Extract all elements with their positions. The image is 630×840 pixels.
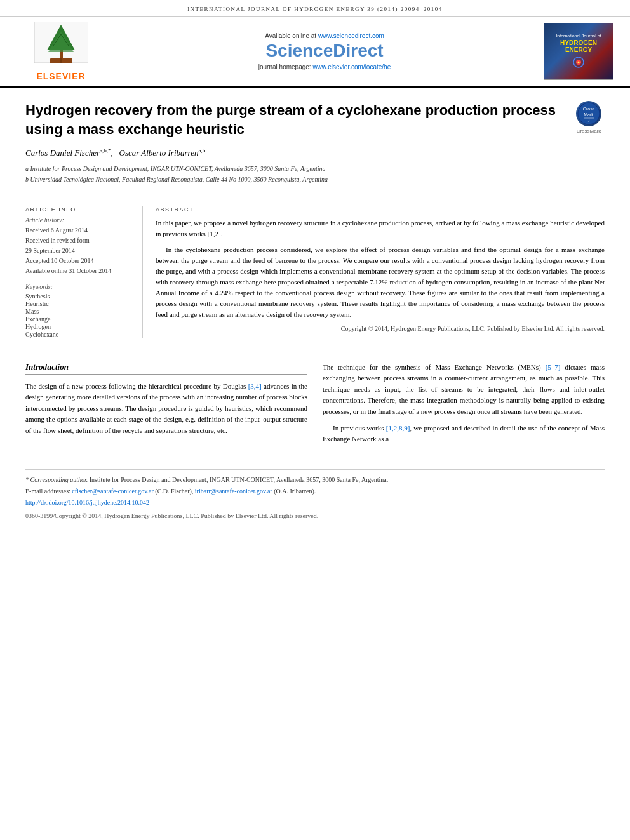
article-title-section: Hydrogen recovery from the purge stream …	[25, 101, 605, 196]
main-left-column: Introduction The design of a new process…	[25, 362, 307, 450]
email-label: E-mail addresses:	[25, 488, 70, 495]
email2-name: (O.A. Iribarren).	[274, 488, 316, 495]
email1-name: (C.D. Fischer),	[155, 488, 193, 495]
accepted-date: Accepted 10 October 2014	[25, 257, 132, 265]
keywords-label: Keywords:	[25, 283, 132, 290]
available-online-text: Available online at www.sciencedirect.co…	[265, 32, 384, 39]
keyword-5: Hydrogen	[25, 323, 132, 330]
abstract-para2: In the cyclohexane production process co…	[156, 244, 605, 320]
ref-1-2-8-9[interactable]: [1,2,8,9]	[386, 424, 410, 432]
revised-date: 29 September 2014	[25, 246, 132, 255]
author2-sup: a,b	[198, 147, 205, 154]
author1-name: Carlos Daniel Fischer	[25, 149, 100, 158]
journal-homepage-text: journal homepage: www.elsevier.com/locat…	[258, 63, 391, 70]
right-para2: In previous works [1,2,8,9], we proposed…	[323, 423, 605, 445]
available-online-date: Available online 31 October 2014	[25, 267, 132, 276]
introduction-heading: Introduction	[25, 362, 307, 375]
crossmark-label: CrossMark	[577, 128, 601, 134]
article-info-abstract: ARTICLE INFO Article history: Received 6…	[25, 206, 605, 349]
keywords-section: Keywords: Synthesis Heuristic Mass Excha…	[25, 283, 132, 338]
crossmark-badge[interactable]: Cross Mark ✓	[576, 101, 601, 126]
abstract-para1: In this paper, we propose a novel hydrog…	[156, 218, 605, 239]
abstract-text: In this paper, we propose a novel hydrog…	[156, 218, 605, 320]
publisher-logo-area: ELSEVIER	[10, 22, 112, 81]
svg-text:Mark: Mark	[584, 112, 594, 117]
introduction-body: The design of a new process following th…	[25, 381, 307, 437]
journal-cover-image: International Journal of HYDROGENENERGY	[544, 23, 613, 80]
journal-homepage-link[interactable]: www.elsevier.com/locate/he	[312, 63, 391, 70]
affiliation-b: b Universidad Tecnológica Nacional, Facu…	[25, 175, 563, 184]
abstract-heading: ABSTRACT	[156, 206, 605, 213]
keyword-4: Exchange	[25, 316, 132, 323]
issn-line: 0360-3199/Copyright © 2014, Hydrogen Ene…	[25, 511, 605, 521]
elsevier-logo: ELSEVIER	[34, 22, 88, 81]
corresponding-detail: Institute for Process Design and Develop…	[90, 476, 388, 483]
main-right-column: The technique for the synthesis of Mass …	[323, 362, 605, 450]
abstract-copyright: Copyright © 2014, Hydrogen Energy Public…	[156, 325, 605, 332]
journal-cover-subtitle: International Journal of	[556, 33, 601, 39]
article-info-heading: ARTICLE INFO	[25, 206, 132, 213]
article-body: Hydrogen recovery from the purge stream …	[0, 88, 630, 533]
corresponding-label: * Corresponding author.	[25, 476, 88, 483]
affil-a-text: a Institute for Process Design and Devel…	[25, 164, 326, 173]
journal-cover-graphic	[569, 56, 588, 69]
footnote-section: * Corresponding author. Institute for Pr…	[25, 469, 605, 521]
affiliations: a Institute for Process Design and Devel…	[25, 164, 563, 184]
main-content: Introduction The design of a new process…	[25, 362, 605, 450]
sciencedirect-brand: ScienceDirect	[265, 41, 383, 61]
corresponding-author-line: * Corresponding author. Institute for Pr…	[25, 475, 605, 484]
svg-text:✓: ✓	[587, 119, 590, 123]
article-authors: Carlos Daniel Fischera,b,*, Oscar Albert…	[25, 147, 563, 158]
crossmark-icon: Cross Mark ✓	[577, 102, 600, 125]
email2-link[interactable]: iribarr@santafe-conicet.gov.ar	[195, 488, 272, 495]
article-title: Hydrogen recovery from the purge stream …	[25, 101, 563, 138]
author1-sup: a,b,*	[100, 147, 111, 154]
journal-cover-title: HYDROGENENERGY	[560, 39, 597, 53]
revised-label: Received in revised form	[25, 236, 132, 245]
elsevier-tree-icon	[34, 22, 88, 69]
affil-b-text: b Universidad Tecnológica Nacional, Facu…	[25, 175, 328, 184]
svg-point-10	[578, 61, 580, 63]
doi-line: http://dx.doi.org/10.1016/j.ijhydene.201…	[25, 498, 605, 507]
svg-text:Cross: Cross	[583, 107, 595, 111]
ref-5-7[interactable]: [5–7]	[546, 363, 561, 371]
journal-banner: INTERNATIONAL JOURNAL OF HYDROGEN ENERGY…	[0, 0, 630, 17]
journal-cover-area: International Journal of HYDROGENENERGY	[537, 23, 620, 80]
abstract-section: ABSTRACT In this paper, we propose a nov…	[156, 206, 605, 338]
received-date: Received 6 August 2014	[25, 226, 132, 235]
crossmark-area: Cross Mark ✓ CrossMark	[573, 101, 605, 134]
article-info-panel: ARTICLE INFO Article history: Received 6…	[25, 206, 143, 338]
keyword-2: Heuristic	[25, 300, 132, 307]
keyword-6: Cyclohexane	[25, 331, 132, 338]
right-para1: The technique for the synthesis of Mass …	[323, 362, 605, 418]
journal-citation: INTERNATIONAL JOURNAL OF HYDROGEN ENERGY…	[187, 6, 443, 12]
page-header: ELSEVIER Available online at www.science…	[0, 17, 630, 88]
elsevier-wordmark: ELSEVIER	[36, 71, 85, 81]
journal-header-center: Available online at www.sciencedirect.co…	[112, 32, 537, 70]
email1-link[interactable]: cfischer@santafe-conicet.gov.ar	[72, 488, 154, 495]
sciencedirect-link[interactable]: www.sciencedirect.com	[318, 32, 384, 39]
affiliation-a: a Institute for Process Design and Devel…	[25, 164, 563, 173]
author2-name: Oscar Alberto Iribarren	[119, 149, 199, 158]
right-column-body: The technique for the synthesis of Mass …	[323, 362, 605, 445]
intro-para1: The design of a new process following th…	[25, 381, 307, 437]
email-line: E-mail addresses: cfischer@santafe-conic…	[25, 486, 605, 496]
article-title-area: Hydrogen recovery from the purge stream …	[25, 101, 563, 185]
doi-link[interactable]: http://dx.doi.org/10.1016/j.ijhydene.201…	[25, 499, 149, 506]
keyword-3: Mass	[25, 308, 132, 315]
keyword-1: Synthesis	[25, 293, 132, 300]
article-history-label: Article history:	[25, 217, 132, 223]
ref-3-4[interactable]: [3,4]	[248, 382, 262, 390]
